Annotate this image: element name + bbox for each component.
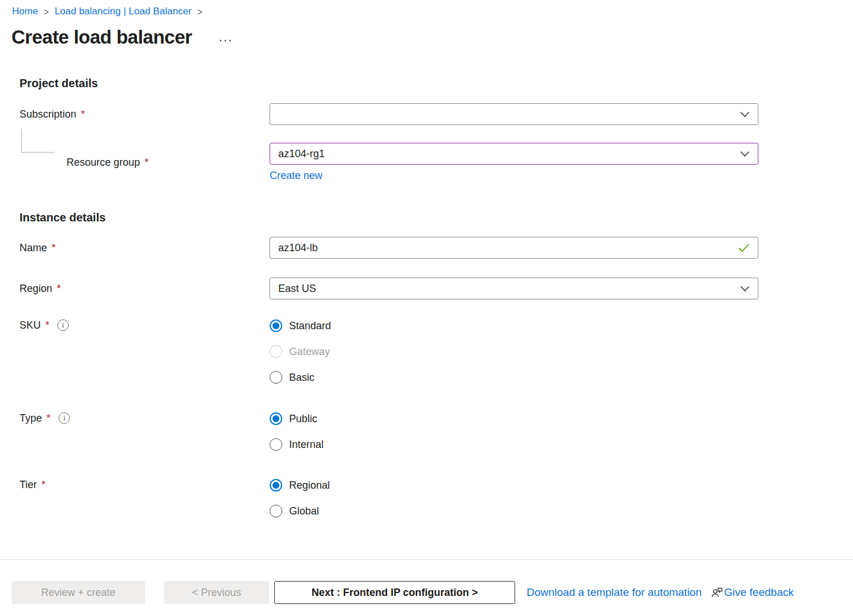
sku-option-basic[interactable]: Basic xyxy=(270,369,758,385)
download-template-link[interactable]: Download a template for automation xyxy=(527,586,702,599)
radio-label: Global xyxy=(289,505,319,517)
instance-details-heading: Instance details xyxy=(20,211,758,224)
footer-action-bar: Review + create < Previous Next : Fronte… xyxy=(0,581,853,604)
chevron-right-icon: > xyxy=(197,5,202,17)
region-row: Region * East US xyxy=(20,278,758,299)
subscription-label: Subscription xyxy=(20,108,76,120)
breadcrumb: Home > Load balancing | Load Balancer > xyxy=(0,0,853,17)
chevron-down-icon xyxy=(740,286,750,292)
radio-label: Gateway xyxy=(289,346,330,358)
chevron-down-icon xyxy=(740,151,750,157)
radio-label: Internal xyxy=(289,439,324,451)
radio-unselected-icon xyxy=(270,505,282,517)
next-frontend-ip-button[interactable]: Next : Frontend IP configuration > xyxy=(274,581,515,604)
resource-group-label: Resource group xyxy=(67,157,140,169)
name-input[interactable] xyxy=(278,242,734,254)
required-asterisk: * xyxy=(56,283,61,295)
project-details-heading: Project details xyxy=(20,77,758,90)
chevron-down-icon xyxy=(740,111,750,118)
name-input-wrapper xyxy=(270,237,758,259)
required-asterisk: * xyxy=(51,242,56,254)
review-create-button[interactable]: Review + create xyxy=(11,581,145,604)
tier-row: Tier * Regional Global xyxy=(20,477,758,519)
name-row: Name * xyxy=(20,237,758,259)
radio-selected-icon xyxy=(270,412,282,425)
type-row: Type * Public Internal xyxy=(20,411,758,453)
breadcrumb-home-link[interactable]: Home xyxy=(12,6,38,17)
required-asterisk: * xyxy=(45,319,49,332)
name-label: Name xyxy=(20,242,47,254)
valid-check-icon xyxy=(738,243,750,252)
required-asterisk: * xyxy=(46,412,50,424)
resource-group-dropdown[interactable]: az104-rg1 xyxy=(270,143,758,165)
info-icon[interactable] xyxy=(57,319,69,331)
previous-button[interactable]: < Previous xyxy=(164,581,269,604)
radio-label: Basic xyxy=(289,372,314,384)
tier-option-regional[interactable]: Regional xyxy=(270,477,758,493)
required-asterisk: * xyxy=(80,108,85,120)
region-value: East US xyxy=(278,283,316,295)
radio-disabled-icon xyxy=(270,345,282,358)
tier-label: Tier xyxy=(20,479,37,491)
resource-group-row: Resource group * az104-rg1 Create new xyxy=(20,143,758,182)
breadcrumb-load-balancing-link[interactable]: Load balancing | Load Balancer xyxy=(54,6,192,17)
sku-label: SKU xyxy=(20,319,41,332)
type-option-public[interactable]: Public xyxy=(270,411,758,427)
type-label: Type xyxy=(20,412,42,424)
radio-selected-icon xyxy=(270,319,282,332)
subscription-dropdown[interactable] xyxy=(270,103,758,125)
tier-option-global[interactable]: Global xyxy=(270,503,758,519)
region-label: Region xyxy=(20,283,52,295)
sku-row: SKU * Standard Gateway Basic xyxy=(20,318,758,385)
radio-label: Regional xyxy=(289,479,330,492)
footer-divider xyxy=(0,559,853,560)
give-feedback-label: Give feedback xyxy=(724,586,793,599)
type-option-internal[interactable]: Internal xyxy=(270,436,758,453)
radio-label: Public xyxy=(289,413,317,425)
radio-unselected-icon xyxy=(270,438,282,451)
sku-option-gateway: Gateway xyxy=(270,344,758,360)
more-options-icon[interactable]: ··· xyxy=(219,32,233,43)
radio-selected-icon xyxy=(270,479,282,492)
child-field-connector xyxy=(21,129,54,153)
resource-group-value: az104-rg1 xyxy=(278,148,325,160)
required-asterisk: * xyxy=(41,479,45,491)
radio-unselected-icon xyxy=(270,371,282,384)
page-title: Create load balancer xyxy=(11,26,192,48)
required-asterisk: * xyxy=(144,157,149,169)
info-icon[interactable] xyxy=(59,412,70,424)
feedback-person-icon xyxy=(711,586,723,599)
create-new-link[interactable]: Create new xyxy=(270,170,322,181)
radio-label: Standard xyxy=(289,320,331,332)
chevron-right-icon: > xyxy=(44,5,49,17)
give-feedback-link[interactable]: Give feedback xyxy=(711,586,793,599)
subscription-row: Subscription * xyxy=(20,103,758,125)
sku-option-standard[interactable]: Standard xyxy=(270,318,758,334)
region-dropdown[interactable]: East US xyxy=(270,278,758,299)
